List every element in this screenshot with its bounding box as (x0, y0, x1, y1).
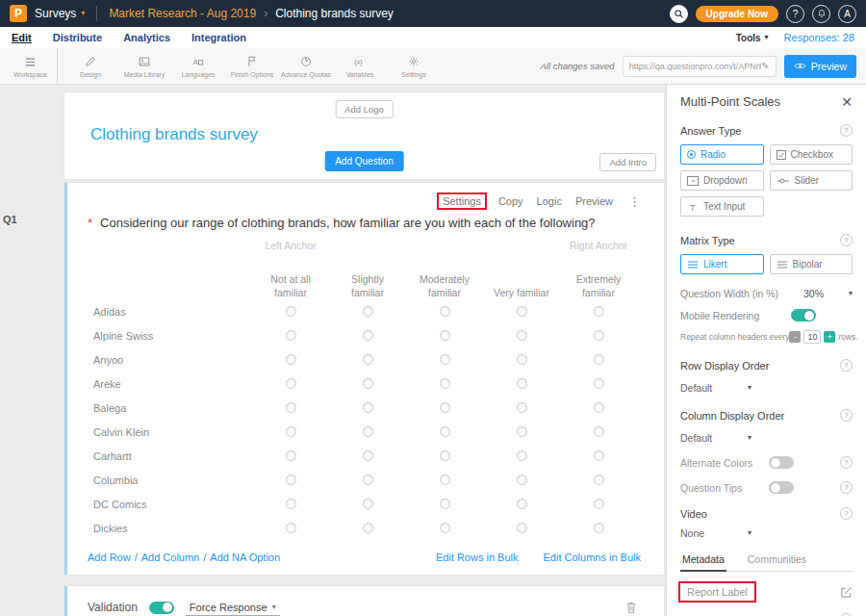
question-text[interactable]: Considering our range of clothing brands… (100, 216, 596, 230)
answer-type-dropdown[interactable]: Dropdown (680, 170, 764, 191)
nav-item-edit[interactable]: Edit (12, 32, 32, 43)
row-label[interactable]: DC Comics (88, 499, 252, 510)
question-action-logic[interactable]: Logic (537, 195, 562, 207)
alternate-colors-toggle[interactable] (769, 456, 794, 469)
radio-button[interactable] (440, 306, 450, 317)
column-header[interactable]: Very familiar (483, 257, 560, 299)
radio-button[interactable] (517, 354, 527, 365)
search-button[interactable] (670, 5, 688, 23)
radio-button[interactable] (517, 499, 527, 509)
radio-button[interactable] (363, 306, 373, 317)
question-width-row[interactable]: Question Width (in %) 30% ▾ (680, 288, 853, 299)
upgrade-now-button[interactable]: Upgrade Now (696, 6, 778, 22)
radio-button[interactable] (286, 330, 296, 341)
radio-button[interactable] (594, 499, 604, 509)
preview-button[interactable]: Preview (784, 55, 856, 78)
radio-button[interactable] (363, 330, 373, 341)
answer-type-radio[interactable]: Radio (680, 144, 764, 165)
radio-button[interactable] (594, 475, 604, 485)
question-more-menu-icon[interactable]: ⋮ (628, 194, 641, 209)
notifications-button[interactable] (812, 5, 830, 23)
toolbar-item-design[interactable]: Design (64, 48, 117, 84)
row-display-order-select[interactable]: Default ▾ (680, 382, 751, 394)
radio-button[interactable] (363, 499, 373, 509)
responses-link[interactable]: Responses: 28 (784, 32, 854, 43)
edit-report-label-icon[interactable] (840, 586, 853, 599)
radio-button[interactable] (286, 378, 296, 389)
radio-button[interactable] (440, 450, 450, 461)
nav-item-integration[interactable]: Integration (191, 32, 246, 43)
toolbar-item-languages[interactable]: ALanguages (171, 48, 225, 84)
radio-button[interactable] (594, 378, 604, 389)
row-label[interactable]: Areke (88, 378, 252, 390)
add-logo-button[interactable]: Add Logo (335, 100, 394, 118)
force-response-select[interactable]: Force Response ▾ (186, 600, 280, 616)
radio-button[interactable] (440, 523, 450, 533)
column-header[interactable]: Extremely familiar (560, 257, 637, 299)
help-icon[interactable]: ? (840, 234, 853, 246)
edit-columns-in-bulk-link[interactable]: Edit Columns in Bulk (544, 552, 642, 563)
help-icon[interactable]: ? (840, 359, 853, 372)
add-row-link[interactable]: Add Row (88, 552, 131, 563)
toolbar-item-variables[interactable]: {x}Variables (333, 48, 387, 84)
question-action-copy[interactable]: Copy (498, 195, 523, 207)
row-label[interactable]: Anyoo (88, 354, 252, 366)
row-label[interactable]: Balega (88, 402, 252, 414)
row-label[interactable]: Dickies (88, 523, 252, 534)
report-label-field[interactable]: Report Label (680, 583, 754, 601)
radio-button[interactable] (517, 306, 527, 317)
radio-button[interactable] (594, 523, 604, 533)
radio-button[interactable] (363, 426, 373, 437)
matrix-type-likert[interactable]: Likert (680, 254, 764, 274)
radio-button[interactable] (363, 475, 373, 485)
radio-button[interactable] (363, 450, 373, 461)
add-question-button[interactable]: Add Question (324, 151, 404, 171)
radio-button[interactable] (440, 499, 450, 509)
radio-button[interactable] (594, 354, 604, 365)
radio-button[interactable] (363, 354, 373, 365)
validation-toggle[interactable] (149, 602, 174, 614)
close-panel-icon[interactable]: ✕ (841, 95, 853, 109)
nav-item-analytics[interactable]: Analytics (123, 32, 170, 43)
radio-button[interactable] (594, 306, 604, 317)
answer-type-text-input[interactable]: TText Input (680, 196, 764, 217)
radio-button[interactable] (440, 475, 450, 485)
edit-rows-in-bulk-link[interactable]: Edit Rows in Bulk (436, 552, 519, 563)
add-column-link[interactable]: Add Column (141, 552, 200, 563)
radio-button[interactable] (440, 402, 450, 413)
question-tips-toggle[interactable] (769, 481, 794, 494)
radio-button[interactable] (517, 426, 527, 437)
decrement-button[interactable]: - (789, 331, 801, 343)
radio-button[interactable] (286, 523, 296, 533)
video-select[interactable]: None ▾ (680, 527, 751, 539)
surveys-menu[interactable]: Surveys ▾ (35, 7, 85, 20)
answer-type-checkbox[interactable]: Checkbox (770, 144, 853, 165)
help-icon[interactable]: ? (840, 507, 853, 520)
radio-button[interactable] (286, 426, 296, 437)
toolbar-item-media-library[interactable]: Media Library (117, 48, 171, 84)
radio-button[interactable] (517, 378, 527, 389)
help-icon[interactable]: ? (840, 124, 853, 137)
nav-item-distribute[interactable]: Distribute (53, 32, 102, 43)
mobile-rendering-toggle[interactable] (791, 309, 816, 321)
toolbar-item-settings[interactable]: Settings (387, 48, 441, 84)
column-header[interactable]: Not at all familiar (252, 257, 329, 299)
help-icon[interactable]: ? (840, 481, 853, 494)
question-action-settings[interactable]: Settings (439, 194, 485, 208)
increment-button[interactable]: + (824, 331, 835, 343)
matrix-type-bipolar[interactable]: Bipolar (770, 254, 853, 274)
radio-button[interactable] (440, 354, 450, 365)
add-na-option-link[interactable]: Add NA Option (210, 552, 280, 563)
tools-menu[interactable]: Tools ▾ (736, 33, 769, 43)
radio-button[interactable] (517, 330, 527, 341)
row-label[interactable]: Carhartt (88, 450, 252, 462)
radio-button[interactable] (517, 475, 527, 485)
radio-button[interactable] (440, 330, 450, 341)
radio-button[interactable] (440, 378, 450, 389)
toolbar-item-finish-options[interactable]: Finish Options (225, 48, 279, 84)
survey-url-field[interactable]: https://qa.questionpro.com/t/APNrFZfQ ✎ (623, 56, 777, 77)
radio-button[interactable] (363, 402, 373, 413)
radio-button[interactable] (286, 499, 296, 509)
answer-type-slider[interactable]: Slider (770, 170, 853, 191)
column-header[interactable]: Moderately familiar (406, 257, 483, 299)
